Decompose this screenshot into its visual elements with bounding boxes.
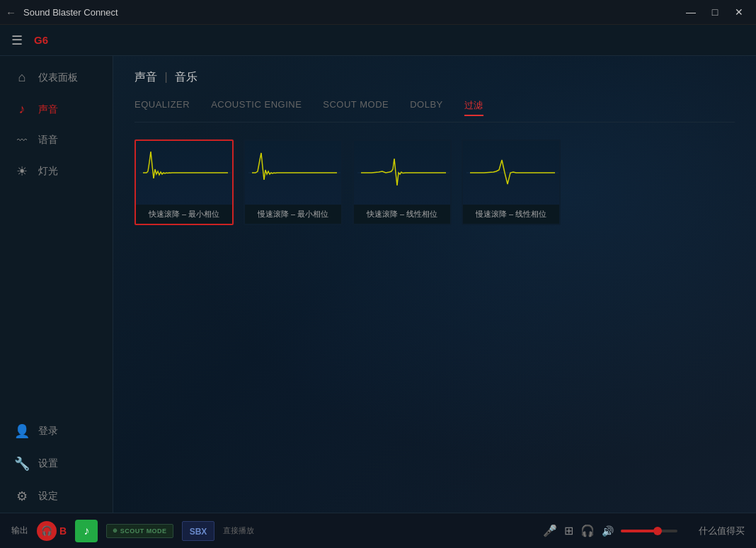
tab-dolby[interactable]: DOLBY (410, 99, 443, 116)
sidebar-item-lighting[interactable]: ☀ 灯光 (0, 155, 113, 188)
sidebar-label-config: 设定 (38, 490, 58, 503)
bottom-bar: 输出 🎧 B ♪ ⊕ SCOUT MODE SBX 直接播放 🎤 ⊞ 🎧 (0, 513, 756, 548)
wrench-icon: 🔧 (14, 456, 30, 472)
tab-scout[interactable]: SCOUT MODE (323, 99, 389, 116)
maximize-button[interactable]: □ (704, 2, 726, 22)
wave-svg-2 (248, 144, 340, 201)
screen-icon[interactable]: ⊞ (564, 524, 573, 537)
wave-display-4 (463, 141, 561, 205)
output-label: 输出 (11, 525, 28, 537)
bottom-right-controls: 🎤 ⊞ 🎧 🔊 什么值得买 (543, 524, 745, 537)
filter-card-label-1: 快速滚降 – 最小相位 (136, 205, 232, 224)
window-controls: — □ ✕ (680, 2, 750, 22)
gear-icon: ⚙ (14, 489, 30, 504)
sidebar-label-lighting: 灯光 (38, 165, 58, 178)
device-name: G6 (34, 34, 48, 46)
filter-card-slow-min-phase[interactable]: 慢速滚降 – 最小相位 (244, 139, 343, 225)
home-icon: ⌂ (14, 70, 30, 85)
voice-icon: 〰 (14, 135, 30, 146)
user-icon: 👤 (14, 423, 30, 439)
volume-fill (621, 530, 655, 532)
app-body: ☰ G6 ⌂ 仪表面板 ♪ 声音 〰 语音 ☀ 灯光 👤 (0, 25, 756, 548)
music-button[interactable]: ♪ (75, 520, 98, 542)
breadcrumb-parent: 声音 (134, 71, 157, 83)
sidebar-spacer (0, 188, 113, 415)
headphones-icon[interactable]: 🎧 (580, 524, 595, 537)
watermark-text: 什么值得买 (699, 525, 745, 537)
wave-svg-1 (139, 144, 231, 201)
headphone-group: 🎧 B (37, 521, 67, 541)
wave-display-1 (136, 141, 234, 205)
sidebar-item-dashboard[interactable]: ⌂ 仪表面板 (0, 62, 113, 93)
tab-acoustic[interactable]: ACOUSTIC ENGINE (211, 99, 302, 116)
title-bar-left: ← Sound Blaster Connect (6, 6, 118, 18)
back-arrow-icon[interactable]: ← (6, 6, 16, 18)
sidebar-label-voice: 语音 (38, 134, 58, 147)
minimize-button[interactable]: — (680, 2, 702, 22)
scout-icon: ⊕ (113, 527, 118, 534)
volume-slider[interactable] (621, 530, 677, 532)
sidebar-item-voice[interactable]: 〰 语音 (0, 125, 113, 155)
sidebar-item-sound[interactable]: ♪ 声音 (0, 93, 113, 125)
filter-card-label-2: 慢速滚降 – 最小相位 (245, 205, 341, 224)
sidebar-label-login: 登录 (38, 425, 58, 438)
music-icon: ♪ (84, 525, 89, 537)
tab-filter[interactable]: 过滤 (464, 99, 483, 116)
app-title: Sound Blaster Connect (23, 7, 118, 18)
volume-icon: 🔊 (602, 525, 614, 537)
wave-display-3 (354, 141, 452, 205)
tab-equalizer[interactable]: EQUALIZER (134, 99, 190, 116)
sidebar-label-dashboard: 仪表面板 (38, 72, 78, 84)
music-note-icon: ♪ (14, 102, 30, 117)
close-button[interactable]: ✕ (728, 2, 750, 22)
bulb-icon: ☀ (14, 164, 30, 179)
main-layout: ⌂ 仪表面板 ♪ 声音 〰 语音 ☀ 灯光 👤 登录 🔧 设置 (0, 56, 756, 513)
scout-mode-badge[interactable]: ⊕ SCOUT MODE (106, 524, 173, 538)
tab-bar: EQUALIZER ACOUSTIC ENGINE SCOUT MODE DOL… (134, 99, 735, 122)
filter-card-label-4: 慢速滚降 – 线性相位 (463, 205, 559, 224)
top-bar: ☰ G6 (0, 25, 756, 56)
sidebar: ⌂ 仪表面板 ♪ 声音 〰 语音 ☀ 灯光 👤 登录 🔧 设置 (0, 56, 113, 513)
sbx-label: SBX (190, 527, 207, 537)
sidebar-item-config[interactable]: ⚙ 设定 (0, 480, 113, 513)
sbx-badge[interactable]: SBX (182, 521, 215, 541)
wave-display-2 (245, 141, 343, 205)
breadcrumb-separator: | (164, 71, 171, 83)
direct-play-label: 直接播放 (223, 525, 254, 536)
filter-card-fast-linear-phase[interactable]: 快速滚降 – 线性相位 (353, 139, 452, 225)
main-content: 声音 | 音乐 EQUALIZER ACOUSTIC ENGINE SCOUT … (113, 56, 756, 513)
hamburger-menu-icon[interactable]: ☰ (11, 33, 23, 48)
sidebar-label-settings: 设置 (38, 457, 58, 470)
filter-card-fast-min-phase[interactable]: 快速滚降 – 最小相位 (134, 139, 234, 225)
headphone-symbol: 🎧 (41, 525, 52, 536)
wave-svg-3 (357, 144, 449, 201)
scout-label: SCOUT MODE (120, 527, 167, 535)
sidebar-item-settings[interactable]: 🔧 设置 (0, 447, 113, 480)
sidebar-item-login[interactable]: 👤 登录 (0, 415, 113, 447)
breadcrumb-current: 音乐 (175, 71, 197, 83)
microphone-icon[interactable]: 🎤 (543, 524, 557, 537)
volume-knob (653, 527, 662, 535)
title-bar: ← Sound Blaster Connect — □ ✕ (0, 0, 756, 25)
headphone-icon: 🎧 (37, 521, 57, 541)
filter-cards-grid: 快速滚降 – 最小相位 慢速滚降 – 最小相位 (134, 139, 735, 225)
sidebar-label-sound: 声音 (38, 103, 58, 116)
filter-card-label-3: 快速滚降 – 线性相位 (354, 205, 450, 224)
filter-card-slow-linear-phase[interactable]: 慢速滚降 – 线性相位 (462, 139, 561, 225)
wave-svg-4 (466, 144, 559, 201)
breadcrumb: 声音 | 音乐 (134, 70, 735, 85)
headphone-b-label: B (59, 525, 67, 537)
